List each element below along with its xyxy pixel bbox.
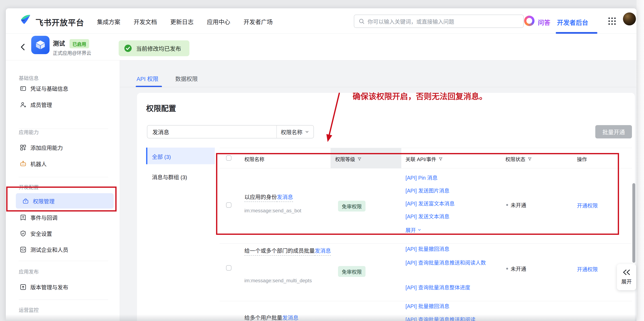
annotation-rect-row	[216, 153, 619, 235]
row-divider	[220, 301, 632, 301]
sidebar-section-release: 应用发布	[19, 268, 39, 275]
chevron-down-icon	[304, 129, 310, 134]
cube-icon	[34, 38, 47, 52]
level-tag: 免审权限	[338, 266, 366, 277]
app-header: 测试 已启用 正式应用@环界云 当前修改均已发布	[6, 34, 636, 60]
apps-grid-icon[interactable]	[608, 18, 616, 25]
annotation-rect-sidebar	[6, 186, 116, 212]
app-subtitle: 正式应用@环界云	[53, 49, 91, 56]
sidebar-item-label: 成员管理	[30, 101, 52, 108]
sidebar-item-security[interactable]: 安全设置	[20, 230, 52, 237]
search-placeholder: 你可以输入关键词，或直接输入问题	[368, 18, 454, 25]
sidebar-item-add-capability[interactable]: 添加应用能力	[20, 144, 63, 151]
double-chevron-left-icon	[622, 269, 631, 276]
sidebar-section-basic: 基础信息	[19, 74, 39, 82]
user-avatar[interactable]	[623, 12, 636, 26]
api-link[interactable]: [API] 查询批量消息整体进度	[406, 283, 470, 292]
logo-text[interactable]: 飞书开放平台	[36, 16, 84, 28]
permission-name[interactable]: 给一个或多个部门的成员批量发消息	[244, 245, 338, 257]
screen: 飞书开放平台 集成方案 开发文档 更新日志 应用中心 开发者广场 你可以输入关键…	[0, 0, 644, 321]
row-divider	[220, 243, 632, 244]
subnav-messages-groups[interactable]: 消息与群组 (3)	[152, 173, 187, 181]
publish-status-text: 当前修改均已发布	[136, 44, 181, 52]
global-search-input[interactable]: 你可以输入关键词，或直接输入问题	[354, 14, 524, 28]
sidebar-item-label: 凭证与基础信息	[30, 84, 68, 92]
id-card-icon	[20, 85, 27, 92]
status-badge: 已启用	[70, 39, 89, 48]
back-icon[interactable]	[19, 42, 27, 52]
filter-label: 权限名称	[281, 128, 302, 136]
app-name: 测试	[53, 39, 65, 48]
nav-item-developer-plaza[interactable]: 开发者广场	[244, 18, 273, 26]
tab-divider	[120, 87, 636, 87]
page-right-margin	[636, 0, 644, 321]
sidebar-item-members[interactable]: 成员管理	[20, 101, 52, 108]
enable-permission-link[interactable]: 开通权限	[577, 265, 598, 273]
nav-item-integration[interactable]: 集成方案	[97, 18, 120, 26]
sidebar-item-test-company[interactable]: 测试企业和人员	[20, 246, 68, 253]
table-top-border	[220, 148, 632, 148]
search-filter-select[interactable]: 权限名称	[276, 126, 314, 138]
sidebar-divider	[19, 300, 108, 300]
bookmark-plus-icon	[20, 214, 27, 221]
subnav-all[interactable]: 全部 (3)	[146, 148, 215, 164]
sidebar-section-capability: 应用能力	[19, 128, 39, 136]
sidebar-item-label: 添加应用能力	[30, 144, 63, 151]
sidebar-item-bot[interactable]: 机器人	[20, 160, 46, 168]
upload-square-icon	[20, 284, 27, 290]
app-icon	[31, 36, 50, 54]
tab-api-permissions[interactable]: API 权限	[136, 74, 158, 83]
subnav-all-label: 全部 (3)	[152, 152, 171, 160]
sidebar-item-label: 版本管理与发布	[30, 283, 68, 291]
publish-status-banner: 当前修改均已发布	[119, 40, 190, 56]
bottom-edge-fade	[6, 314, 636, 321]
expand-button-label: 展开	[621, 278, 632, 285]
shield-check-icon	[20, 230, 27, 237]
permission-search-group: 发消息 权限名称	[147, 125, 314, 138]
search-icon	[358, 18, 365, 24]
sidebar-item-label: 机器人	[30, 160, 46, 168]
sidebar-item-events[interactable]: 事件与回调	[20, 214, 58, 221]
nav-item-changelog[interactable]: 更新日志	[170, 18, 194, 26]
sidebar-item-label: 安全设置	[30, 230, 52, 237]
bulk-enable-button[interactable]: 批量开通	[595, 125, 632, 138]
annotation-note: 确保该权限开启，否则无法回复消息。	[352, 90, 487, 102]
feishu-logo-icon[interactable]	[20, 14, 32, 26]
row-checkbox[interactable]	[226, 265, 232, 270]
sidebar-item-label: 事件与回调	[30, 214, 58, 221]
status-dot	[506, 268, 508, 270]
api-link[interactable]: [API] 查询批量消息推送和阅读人数	[406, 258, 496, 268]
qa-link[interactable]: 问答	[538, 18, 550, 27]
qa-gradient-icon[interactable]	[524, 16, 534, 26]
check-circle-icon	[124, 44, 132, 53]
robot-icon	[20, 160, 27, 167]
sidebar-section-monitoring: 运营监控	[19, 306, 39, 313]
expand-panel-button[interactable]: 展开	[617, 264, 636, 290]
sidebar-item-label: 测试企业和人员	[30, 246, 68, 253]
user-plus-icon	[20, 101, 27, 108]
developer-console-link[interactable]: 开发者后台	[557, 18, 588, 27]
sidebar-item-credentials[interactable]: 凭证与基础信息	[20, 84, 68, 92]
sidebar-item-version-release[interactable]: 版本管理与发布	[20, 283, 68, 291]
permission-search-input[interactable]: 发消息	[147, 128, 276, 136]
api-link[interactable]: [API] 批量撤回消息	[406, 244, 450, 254]
annotation-arrow	[318, 92, 348, 144]
sidebar-divider	[19, 261, 108, 261]
permission-code: im:message:send_multi_depts	[244, 278, 312, 284]
active-nav-indicator	[556, 32, 598, 34]
top-navbar: 飞书开放平台 集成方案 开发文档 更新日志 应用中心 开发者广场 你可以输入关键…	[6, 8, 636, 34]
panel-title: 权限配置	[146, 102, 176, 113]
scrollbar-thumb[interactable]	[632, 183, 635, 263]
nav-item-docs[interactable]: 开发文档	[134, 18, 157, 26]
api-link[interactable]: [API] 批量撤回消息	[406, 302, 450, 311]
tab-data-permissions[interactable]: 数据权限	[175, 74, 198, 83]
grid-plus-icon	[20, 144, 27, 151]
code-square-icon	[20, 246, 27, 253]
permission-status: 未开通	[506, 265, 526, 272]
sidebar-divider	[19, 177, 108, 177]
subnav-active-bar	[146, 148, 147, 164]
nav-item-app-center[interactable]: 应用中心	[207, 18, 230, 26]
